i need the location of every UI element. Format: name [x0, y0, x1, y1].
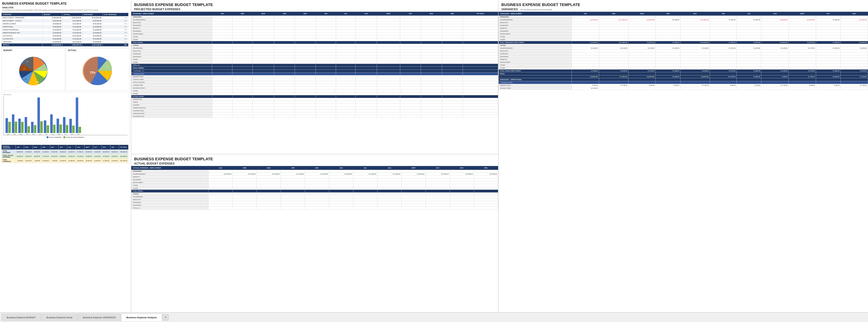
actual-row: BONUS PAY: [131, 198, 498, 201]
col-actual: ACTUAL: [62, 13, 82, 16]
bar-group: JAN: [5, 118, 11, 135]
actual-row: SALARIES/WA...: [131, 195, 498, 198]
budget-row: TOTAL CA...: [131, 64, 498, 67]
bar-group: DEC: [76, 98, 81, 135]
tab-variances[interactable]: Business Expense VARIANCES: [78, 314, 121, 321]
actual-row: INSURANCE: [131, 204, 498, 207]
actual-row: TOTAL PERMA...: [131, 190, 498, 193]
budget-row: INCREASES: [131, 24, 498, 27]
variance-row: BONUS PAY: [499, 21, 868, 24]
charts-row: BUDGET 31%: [1, 48, 129, 90]
actual-row: PERMANENT: [131, 170, 498, 173]
variances-panel: BUSINESS EXPENSE BUDGET TEMPLATE VARIANC…: [498, 0, 868, 312]
budget-row: RECRUITMENT: [131, 33, 498, 35]
svg-text:7%: 7%: [38, 68, 41, 70]
bar-group: MAY: [31, 122, 36, 135]
tab-actual[interactable]: Business Expense Actual: [41, 314, 78, 321]
budget-row: SALARIES/WAGES: [131, 19, 498, 21]
budget-row: TRAVEL: [131, 101, 498, 104]
budget-row: INSURANCE: [131, 30, 498, 33]
actual-title: BUSINESS EXPENSE BUDGET TEMPLATE: [134, 157, 495, 161]
budget-row: LAUNDRY: [131, 104, 498, 106]
variance-row: OTHER: [499, 67, 868, 69]
bar-group: JUN: [37, 98, 43, 135]
variance-row: CASUAL: [499, 44, 868, 47]
variance-row: INSURANCE: [499, 55, 868, 58]
budget-row: CASUAL: [131, 44, 498, 47]
budget-row: INSURANCE: [131, 55, 498, 58]
actual-row: BENEFITS: [131, 175, 498, 179]
actual-panel: BUSINESS EXPENSE BUDGET TEMPLATE ACTUAL …: [131, 154, 498, 312]
variances-spreadsheet: VARIANCES - EMPLOYMENTJANFEBMARAPRMAYJUN…: [498, 12, 868, 90]
variance-row: INCREASES: [499, 53, 868, 55]
summary-row: TOTAL ACTUAL EXPENSES28,400.0029,200.002…: [2, 154, 128, 159]
analysis-title: BUSINESS EXPENSE BUDGET TEMPLATE: [2, 2, 129, 5]
bar-group: NOV: [69, 119, 75, 135]
variance-row: RECRUITMENT: [499, 61, 868, 64]
actual-pie-svg: 72% 4% 4%: [80, 53, 116, 89]
col-budget: BUDGET: [42, 13, 62, 16]
actual-row: OTHER: [131, 184, 498, 187]
variance-row: TOTAL: [499, 72, 868, 75]
variance-row: INSURANCE: [499, 30, 868, 33]
analysis-panel: BUSINESS EXPENSE BUDGET TEMPLATE ANALYSI…: [0, 0, 131, 312]
summary-row: TOTAL EXPENSES38,300.0047,600.0036,800.0…: [2, 150, 128, 154]
bar-y-axis-label: $60,000.00: [3, 94, 128, 96]
budget-row: BONUS PAY: [131, 21, 498, 24]
bar-group: OCT: [63, 117, 68, 135]
variance-row: VARIANCES - OPERATIONAL: [499, 78, 868, 81]
svg-text:31%: 31%: [36, 81, 39, 83]
tab-add-button[interactable]: +: [162, 314, 169, 321]
legend-budget: TOTAL EXPENSES: [46, 136, 61, 138]
legend-actual: TOTAL ACTUAL EXPENSES: [63, 136, 84, 138]
tab-bar: Business Expense BUDGET Business Expense…: [0, 312, 868, 322]
bar-legend: TOTAL EXPENSES TOTAL ACTUAL EXPENSES: [3, 136, 128, 138]
variance-row: BENEFITS: [499, 58, 868, 61]
budget-subtitle: PROJECTED BUDGET EXPENSES: [134, 8, 495, 11]
content-area: BUSINESS EXPENSE BUDGET TEMPLATE ANALYSI…: [0, 0, 868, 312]
variance-row: PERMANENT: [499, 15, 868, 19]
budget-row: GENERAL/ADM...: [131, 72, 498, 75]
svg-text:4%: 4%: [106, 75, 108, 76]
variance-row: OTHER: [499, 64, 868, 67]
analysis-subtitle: ANALYSIS: [2, 6, 129, 9]
summary-table: EXPENSE OVERVIEWJANFEBMARAPRMAYJUNJULAUG…: [1, 145, 128, 163]
budget-row: INCREASES: [131, 53, 498, 55]
col-variances: VARIANCES: [82, 13, 102, 16]
budget-row: ACTUAL EXPEN...: [131, 95, 498, 98]
budget-row: BONUS PAY: [131, 50, 498, 53]
tab-budget[interactable]: Business Expense BUDGET: [1, 314, 41, 321]
variances-note: All calculations performed automatically…: [521, 9, 552, 11]
budget-pie-svg: 31% 7% 7% 7% 7%: [16, 53, 51, 89]
budget-chart-label: BUDGET: [3, 49, 12, 52]
budget-row: SALARIES/WA...: [131, 47, 498, 50]
variances-subtitle: VARIANCES: [501, 8, 518, 11]
budget-row: OTHER: [131, 38, 498, 41]
col-category: CATEGORY: [2, 13, 42, 16]
budget-row: TOTAL EXPEN...: [131, 67, 498, 70]
actual-panel-header: BUSINESS EXPENSE BUDGET TEMPLATE ACTUAL …: [131, 154, 498, 166]
variance-row: BENEFITS: [499, 27, 868, 30]
actual-subtitle: ACTUAL BUDGET EXPENSES: [134, 162, 495, 165]
variance-row: CONSULT FEES$ 5,700.00: [499, 87, 868, 90]
budget-panel-header: BUSINESS EXPENSE BUDGET TEMPLATE PROJECT…: [131, 0, 498, 12]
bar-group: MAR: [18, 119, 24, 135]
budget-row: SUBSCRIPTIONS: [131, 112, 498, 115]
variance-row: TOTAL PERMANENT EMPLOYMENT$ (7,000.00)$ …: [499, 41, 868, 44]
variances-panel-header: BUSINESS EXPENSE BUDGET TEMPLATE VARIANC…: [498, 0, 868, 12]
bar-group: SEPT: [57, 119, 62, 135]
variance-row: OTHER: [499, 38, 868, 41]
budget-row: OTHER: [131, 92, 498, 95]
budget-row: BANKING FEES: [131, 75, 498, 78]
variance-row: SALARIES/WAGES$ (7,000.00)$ (11,000.00)$…: [499, 19, 868, 21]
actual-chart-label: ACTUAL: [68, 49, 76, 52]
variance-row: BANKING FEES$ 700.00$ 7,700.00$ 450.00$ …: [499, 84, 868, 87]
tab-analysis[interactable]: Business Expense Analysis: [121, 314, 162, 321]
variance-row: $ (2,800.00)$ (7,900.00)$ (5,300.00)$ 8,…: [499, 75, 868, 78]
actual-row: SALARIES/WAGES$ 22,000.00$ 22,000.00$ 22…: [131, 173, 498, 175]
actual-row: INSURANCE: [131, 179, 498, 181]
legend-actual-swatch: [63, 136, 65, 138]
budget-pie-chart: BUDGET 31%: [1, 48, 65, 90]
budget-row: OTHER: [131, 58, 498, 61]
variances-title: BUSINESS EXPENSE BUDGET TEMPLATE: [501, 2, 865, 7]
